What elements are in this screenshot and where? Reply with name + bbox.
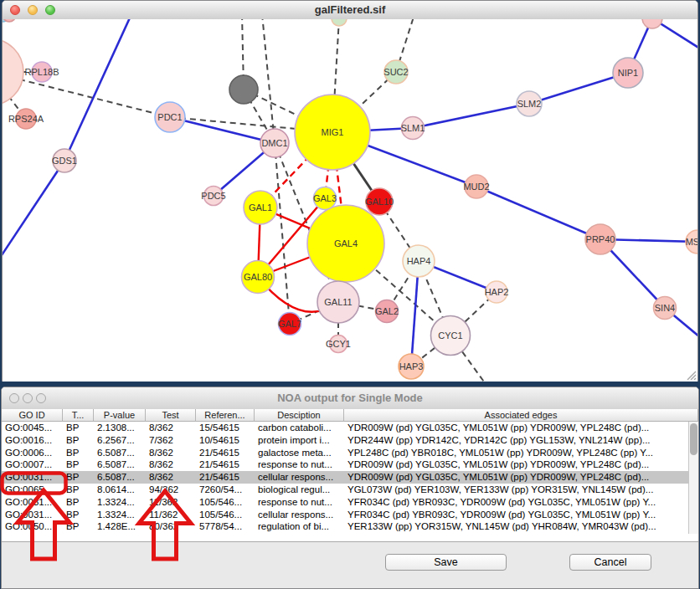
table-cell[interactable]: 21/54615 [196,471,255,484]
table-row[interactable]: GO:0031...BP1.3324...11/362105/546...res… [2,496,688,509]
table-cell[interactable]: BP [63,520,94,533]
table-cell[interactable]: GO:0031... [2,496,63,509]
graph-node-green[interactable] [332,19,347,26]
graph-edge[interactable] [476,187,600,239]
column-header-t[interactable]: T... [63,409,94,422]
table-cell[interactable]: 105/546... [196,496,255,509]
table-row[interactable]: GO:0006...BP6.5087...8/36221/54615galact… [2,447,688,459]
table-cell[interactable]: response to nut... [255,458,344,471]
table-cell[interactable]: BP [63,458,94,471]
table-cell[interactable]: YDR244W (pp) YDR142C, YDR142C (pp) YGL15… [344,434,688,447]
network-canvas[interactable]: RPL18BRPS24AGDS1PDC1PDC5DMC1MIG1SUC2SLM1… [3,19,697,382]
scrollbar-thumb[interactable] [690,423,697,455]
table-cell[interactable]: regulation of bi... [255,520,344,533]
table-cell[interactable]: 6.5087... [94,447,146,459]
table-cell[interactable]: GO:0031... [2,509,63,521]
table-cell[interactable]: 105/546... [196,509,255,521]
graph-edge[interactable] [413,104,529,128]
table-cell[interactable]: BP [63,447,94,459]
table-cell[interactable]: YDR009W (pd) YGL035C, YML051W (pp) YDR00… [344,471,688,484]
table-cell[interactable]: 7/362 [146,434,196,447]
table-cell[interactable]: YDR009W (pd) YGL035C, YML051W (pp) YDR00… [344,458,688,471]
save-button[interactable]: Save [385,554,507,571]
table-cell[interactable]: biological regul... [255,484,344,496]
table-cell[interactable]: GO:0050... [2,520,63,533]
table-cell[interactable]: 5778/54... [196,520,255,533]
graph-node-big[interactable] [3,38,23,105]
graph-node-pinktop[interactable] [642,19,662,28]
table-cell[interactable]: 8/362 [146,447,196,459]
table-row[interactable]: GO:0007...BP6.5087...8/36221/54615respon… [2,458,688,471]
table-cell[interactable]: 80/362 [146,520,196,533]
table-cell[interactable]: YDR009W (pd) YGL035C, YML051W (pp) YDR00… [344,422,688,434]
table-cell[interactable]: 8/362 [146,471,196,484]
table-cell[interactable]: 11/362 [146,496,196,509]
table-cell[interactable]: YGL073W (pd) YER103W, YER133W (pp) YOR31… [344,484,688,496]
table-cell[interactable]: carbon cataboli... [255,422,344,434]
column-header-p-value[interactable]: P-value [94,409,146,422]
table-cell[interactable]: 21/54615 [196,447,255,459]
table-cell[interactable]: BP [63,509,94,521]
graph-edge[interactable] [3,161,64,258]
minimize-button-inactive[interactable] [23,393,33,403]
cancel-button[interactable]: Cancel [569,554,651,571]
table-cell[interactable]: 6.5087... [94,458,146,471]
graph-edge[interactable] [64,19,131,161]
table-row[interactable]: GO:0031...BP6.5087...8/36221/54615cellul… [2,471,688,484]
table-cell[interactable]: YFR034C (pd) YBR093C, YDR009W (pd) YGL03… [344,509,688,521]
table-row[interactable]: GO:0016...BP6.2567...7/36210/54615protei… [2,434,688,447]
zoom-button-inactive[interactable] [36,393,46,403]
table-cell[interactable]: 21/54615 [196,458,255,471]
table-cell[interactable]: 1.3324... [94,496,146,509]
close-button[interactable] [10,5,20,15]
table-cell[interactable]: BP [63,484,94,496]
table-cell[interactable]: 10/54615 [196,434,255,447]
table-cell[interactable]: GO:0045... [2,422,63,434]
table-cell[interactable]: BP [63,496,94,509]
table-cell[interactable]: GO:0065... [2,484,63,496]
table-cell[interactable]: 1.428E... [94,520,146,533]
table-body[interactable]: GO:0045...BP2.1308...8/36215/54615carbon… [2,422,688,534]
table-cell[interactable]: 6.5087... [94,471,146,484]
table-cell[interactable]: YFR034C (pd) YBR093C, YDR009W (pd) YGL03… [344,496,688,509]
zoom-button[interactable] [45,5,55,15]
minimize-button[interactable] [28,5,38,15]
table-row[interactable]: GO:0045...BP2.1308...8/36215/54615carbon… [2,422,688,434]
table-row[interactable]: GO:0050...BP1.428E...80/3625778/54...reg… [2,520,688,533]
table-cell[interactable]: 8/362 [146,458,196,471]
table-cell[interactable]: 8/362 [146,422,196,434]
table-row[interactable]: GO:0031...BP1.3324...11/362105/546...cel… [2,509,688,521]
column-header-referen[interactable]: Referen... [196,409,255,422]
table-cell[interactable]: GO:0007... [2,458,63,471]
table-cell[interactable]: 2.1308... [94,422,146,434]
table-cell[interactable]: galactose meta... [255,447,344,459]
table-header-row[interactable]: GO IDT...P-valueTestReferen...Desciption… [2,409,698,422]
table-cell[interactable]: GO:0016... [2,434,63,447]
graph-edge[interactable] [170,117,275,143]
table-cell[interactable]: protein import i... [255,434,344,447]
column-header-associated-edges[interactable]: Associated edges [344,409,698,422]
resize-grip-icon[interactable] [687,371,696,380]
table-cell[interactable]: 8.0614... [94,484,146,496]
table-cell[interactable]: BP [63,434,94,447]
table-cell[interactable]: YPL248C (pd) YBR018C, YML051W (pp) YDR00… [344,447,688,459]
network-canvas-area[interactable]: RPL18BRPS24AGDS1PDC1PDC5DMC1MIG1SUC2SLM1… [3,19,697,382]
table-cell[interactable]: 6.2567... [94,434,146,447]
table-cell[interactable]: 15/54615 [196,422,255,434]
table-cell[interactable]: 11/362 [146,509,196,521]
table-row[interactable]: GO:0065...BP8.0614...94/3627260/54...bio… [2,484,688,496]
table-cell[interactable]: 94/362 [146,484,196,496]
column-header-test[interactable]: Test [146,409,196,422]
column-header-desciption[interactable]: Desciption [255,409,344,422]
table-cell[interactable]: 1.3324... [94,509,146,521]
table-cell[interactable]: cellular respons... [255,471,344,484]
table-cell[interactable]: BP [63,471,94,484]
table-cell[interactable]: BP [63,422,94,434]
table-cell[interactable]: GO:0031... [2,471,63,484]
table-cell[interactable]: response to nut... [255,496,344,509]
table-cell[interactable]: 7260/54... [196,484,255,496]
graph-node-gray[interactable] [229,75,258,104]
table-cell[interactable]: GO:0006... [2,447,63,459]
table-cell[interactable]: cellular respons... [255,509,344,521]
vertical-scrollbar[interactable] [688,422,698,534]
